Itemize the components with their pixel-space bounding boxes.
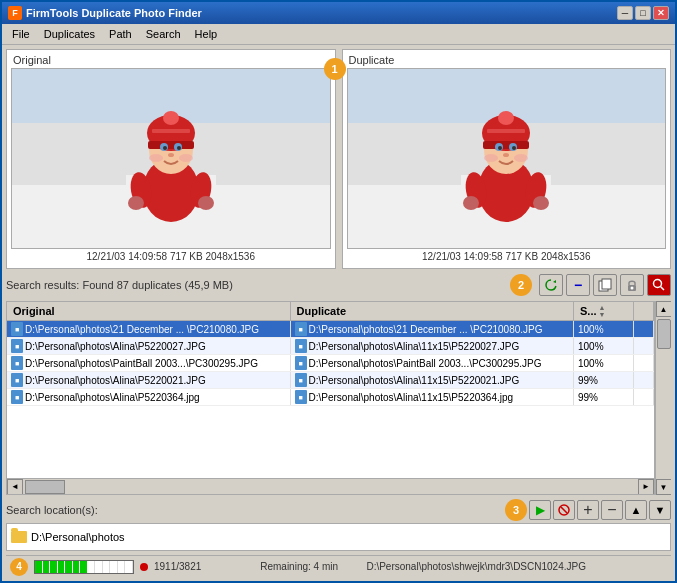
table-body: ■ D:\Personal\photos\21 December ... \PC… xyxy=(7,321,654,478)
prog-seg-6 xyxy=(73,561,81,573)
stop-button[interactable] xyxy=(553,500,575,520)
scroll-left-arrow[interactable]: ◄ xyxy=(7,479,23,495)
table-row[interactable]: ■ D:\Personal\photos\21 December ... \PC… xyxy=(7,321,654,338)
baby-figure-duplicate xyxy=(395,82,617,234)
svg-rect-27 xyxy=(487,129,525,133)
horizontal-scrollbar[interactable]: ◄ ► xyxy=(7,478,654,494)
menu-duplicates[interactable]: Duplicates xyxy=(38,26,101,42)
badge-2: 2 xyxy=(510,274,532,296)
lock-button[interactable] xyxy=(620,274,644,296)
cell-duplicate-1: ■ D:\Personal\photos\Alina\11x15\P522002… xyxy=(291,338,575,354)
menu-file[interactable]: File xyxy=(6,26,36,42)
cell-original-1: ■ D:\Personal\photos\Alina\P5220027.JPG xyxy=(7,338,291,354)
scroll-down-arrow[interactable]: ▼ xyxy=(656,479,672,495)
table-row[interactable]: ■ D:\Personal\photos\PaintBall 2003...\P… xyxy=(7,355,654,372)
svg-point-23 xyxy=(533,196,549,210)
svg-point-35 xyxy=(514,154,528,162)
header-similarity[interactable]: S... ▲▼ xyxy=(574,302,634,320)
add-location-button[interactable]: + xyxy=(577,500,599,520)
original-photo-frame xyxy=(11,68,331,249)
minimize-button[interactable]: ─ xyxy=(617,6,633,20)
badge-4: 4 xyxy=(10,558,28,576)
scroll-up-arrow[interactable]: ▲ xyxy=(656,301,672,317)
file-icon: ■ xyxy=(295,390,307,404)
cell-original-3: ■ D:\Personal\photos\Alina\P5220021.JPG xyxy=(7,372,291,388)
table-row[interactable]: ■ D:\Personal\photos\Alina\P5220027.JPG … xyxy=(7,338,654,355)
svg-point-5 xyxy=(198,196,214,210)
svg-point-34 xyxy=(484,154,498,162)
svg-point-22 xyxy=(463,196,479,210)
scroll-thumb-vertical[interactable] xyxy=(657,319,671,349)
title-bar: F FirmTools Duplicate Photo Finder ─ □ ✕ xyxy=(2,2,675,24)
prog-seg-11 xyxy=(110,561,118,573)
original-caption: 12/21/03 14:09:58 717 KB 2048x1536 xyxy=(11,249,331,264)
main-content: Original xyxy=(2,45,675,581)
cell-duplicate-2: ■ D:\Personal\photos\PaintBall 2003...\P… xyxy=(291,355,575,371)
menu-help[interactable]: Help xyxy=(189,26,224,42)
prog-seg-10 xyxy=(103,561,111,573)
scroll-thumb-horizontal[interactable] xyxy=(25,480,65,494)
svg-rect-9 xyxy=(152,129,190,133)
search-go-button[interactable] xyxy=(647,274,671,296)
stop-icon xyxy=(558,504,570,516)
results-panel: Original Duplicate S... ▲▼ xyxy=(6,301,655,495)
svg-point-17 xyxy=(179,154,193,162)
copy-button[interactable] xyxy=(593,274,617,296)
move-down-button[interactable]: ▼ xyxy=(649,500,671,520)
prog-seg-1 xyxy=(35,561,43,573)
remove-location-button[interactable]: − xyxy=(601,500,623,520)
cell-original-4: ■ D:\Personal\photos\Alina\P5220364.jpg xyxy=(7,389,291,405)
table-row[interactable]: ■ D:\Personal\photos\Alina\P5220021.JPG … xyxy=(7,372,654,389)
svg-point-4 xyxy=(128,196,144,210)
locations-header: Search location(s): 3 ▶ + − ▲ xyxy=(6,499,671,521)
baby-svg-duplicate xyxy=(461,95,551,225)
cell-extra-0 xyxy=(634,321,654,337)
cell-duplicate-3: ■ D:\Personal\photos\Alina\11x15\P522002… xyxy=(291,372,575,388)
play-button[interactable]: ▶ xyxy=(529,500,551,520)
svg-point-10 xyxy=(163,111,179,125)
file-icon: ■ xyxy=(295,322,307,336)
svg-line-43 xyxy=(561,507,567,513)
file-icon: ■ xyxy=(295,339,307,353)
cell-extra-4 xyxy=(634,389,654,405)
svg-rect-8 xyxy=(148,141,194,149)
window-title: FirmTools Duplicate Photo Finder xyxy=(26,7,202,19)
table-row[interactable]: ■ D:\Personal\photos\Alina\P5220364.jpg … xyxy=(7,389,654,406)
menu-search[interactable]: Search xyxy=(140,26,187,42)
file-icon: ■ xyxy=(11,390,23,404)
svg-point-15 xyxy=(168,153,174,157)
minus-button[interactable]: − xyxy=(566,274,590,296)
duplicate-label: Duplicate xyxy=(347,54,667,66)
prog-seg-7 xyxy=(80,561,88,573)
badge-3: 3 xyxy=(505,499,527,521)
svg-point-33 xyxy=(503,153,509,157)
svg-rect-37 xyxy=(602,279,611,289)
menu-bar: File Duplicates Path Search Help xyxy=(2,24,675,45)
svg-point-31 xyxy=(498,146,502,150)
cell-sim-3: 99% xyxy=(574,372,634,388)
vertical-scrollbar[interactable]: ▲ ▼ xyxy=(655,301,671,495)
results-status: Search results: Found 87 duplicates (45,… xyxy=(6,279,233,291)
maximize-button[interactable]: □ xyxy=(635,6,651,20)
progress-text: 1911/3821 xyxy=(154,561,254,572)
svg-point-13 xyxy=(163,146,167,150)
red-indicator xyxy=(140,563,148,571)
prog-seg-3 xyxy=(50,561,58,573)
file-icon: ■ xyxy=(11,356,23,370)
duplicate-panel: Duplicate xyxy=(342,49,672,269)
scroll-right-arrow[interactable]: ► xyxy=(638,479,654,495)
svg-line-41 xyxy=(661,287,665,291)
move-up-button[interactable]: ▲ xyxy=(625,500,647,520)
locations-list: D:\Personal\photos xyxy=(6,523,671,551)
progress-bar xyxy=(34,560,134,574)
results-bar: Search results: Found 87 duplicates (45,… xyxy=(6,273,671,297)
close-button[interactable]: ✕ xyxy=(653,6,669,20)
duplicate-photo-frame xyxy=(347,68,667,249)
progress-segments xyxy=(35,561,133,573)
menu-path[interactable]: Path xyxy=(103,26,138,42)
cell-original-2: ■ D:\Personal\photos\PaintBall 2003...\P… xyxy=(7,355,291,371)
sort-arrows[interactable]: ▲▼ xyxy=(599,304,606,318)
prog-seg-12 xyxy=(118,561,126,573)
refresh-button[interactable] xyxy=(539,274,563,296)
header-original: Original xyxy=(7,302,291,320)
